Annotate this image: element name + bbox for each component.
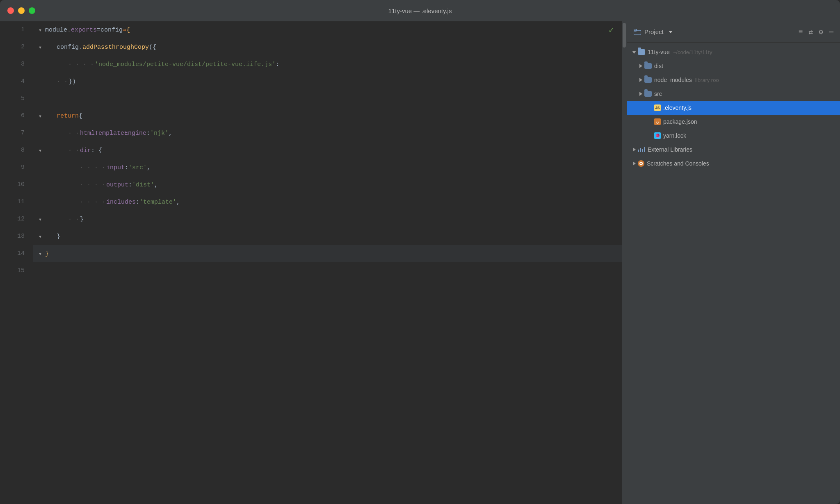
fold-1[interactable]: ▾ — [37, 27, 45, 34]
nm-badge: library roo — [695, 77, 719, 83]
eleventy-js-name: .eleventy.js — [663, 104, 692, 111]
line-num-11: 11 — [0, 193, 33, 211]
tree-arrow-scratch — [630, 160, 638, 167]
line-num-2: 2 — [0, 39, 33, 56]
sidebar-tree: 11ty-vue ~/code/11ty/11ty dist node_modu… — [627, 43, 840, 504]
arrow-down-root — [632, 51, 636, 54]
line-num-7: 7 — [0, 125, 33, 142]
tree-scratches-consoles[interactable]: Scratches and Consoles — [627, 157, 840, 170]
tree-arrow-root — [630, 48, 638, 56]
scrollbar-thumb[interactable] — [623, 23, 626, 48]
fold-14[interactable]: ▾ — [37, 250, 45, 257]
root-folder-path: ~/code/11ty/11ty — [673, 49, 712, 55]
editor-scrollbar[interactable] — [622, 21, 627, 504]
package-json-icon: {} — [654, 118, 661, 125]
collapse-all-icon[interactable]: ⇄ — [809, 27, 813, 36]
tree-arrow-nm — [637, 76, 644, 84]
tree-node-modules[interactable]: node_modules library roo — [627, 73, 840, 87]
fold-6[interactable]: ▾ — [37, 113, 45, 120]
nm-folder-name: node_modules — [654, 77, 692, 83]
code-line-10: · · · · output: 'dist', — [33, 176, 622, 193]
ext-libraries-icon — [638, 147, 645, 152]
tree-root[interactable]: 11ty-vue ~/code/11ty/11ty — [627, 45, 840, 59]
tree-eleventy-js[interactable]: JS .eleventy.js — [627, 101, 840, 115]
tree-external-libraries[interactable]: External Libraries — [627, 143, 840, 157]
fold-12[interactable]: ▾ — [37, 216, 45, 223]
tree-arrow-pkg — [647, 118, 654, 125]
settings-icon[interactable]: ⚙ — [819, 27, 823, 36]
code-line-7: · · htmlTemplateEngine: 'njk', — [33, 125, 622, 142]
dist-folder-name: dist — [654, 63, 663, 69]
nm-folder-icon — [644, 77, 652, 83]
window-controls — [7, 7, 35, 14]
project-dropdown-icon[interactable] — [669, 31, 673, 33]
tree-arrow-src — [637, 90, 644, 98]
sidebar-title-label: Project — [644, 28, 664, 35]
scratches-icon-inner — [639, 162, 643, 165]
line-num-1: 1 — [0, 21, 33, 39]
fold-13[interactable]: ▾ — [37, 233, 45, 240]
fold-8[interactable]: ▾ — [37, 147, 45, 154]
line-num-6: 6 — [0, 107, 33, 125]
code-line-6: ▾ return { — [33, 107, 622, 125]
line-num-8: 8 — [0, 142, 33, 159]
window-title: 11ty-vue — .eleventy.js — [388, 7, 452, 14]
root-folder-name: 11ty-vue — [648, 49, 670, 55]
line-num-14: 14 — [0, 245, 33, 262]
minimize-button[interactable] — [18, 7, 25, 14]
code-line-11: · · · · includes: 'template', — [33, 193, 622, 211]
code-content[interactable]: ▾ module.exports = config ⇒ { ✓ ▾ config… — [33, 21, 622, 504]
tree-dist[interactable]: dist — [627, 59, 840, 73]
main-content: 1 2 3 4 5 6 7 8 9 10 11 12 13 14 15 ▾ — [0, 21, 840, 504]
close-button[interactable] — [7, 7, 14, 14]
scroll-source-icon[interactable]: ≡ — [799, 28, 803, 36]
code-editor[interactable]: 1 2 3 4 5 6 7 8 9 10 11 12 13 14 15 ▾ — [0, 21, 627, 504]
code-line-9: · · · · input: 'src', — [33, 159, 622, 176]
line-num-4: 4 — [0, 73, 33, 90]
arrow-right-ext — [633, 148, 636, 152]
arrow-right-nm — [639, 78, 642, 82]
code-line-3: · · · · 'node_modules/petite-vue/dist/pe… — [33, 56, 622, 73]
project-sidebar: Project ≡ ⇄ ⚙ — — [627, 21, 840, 504]
arrow-right-src — [639, 92, 642, 96]
maximize-button[interactable] — [29, 7, 35, 14]
app-window: 11ty-vue — .eleventy.js 1 2 3 4 5 6 7 8 … — [0, 0, 840, 504]
line-num-13: 13 — [0, 228, 33, 245]
tree-yarn-lock[interactable]: 🧶 yarn.lock — [627, 129, 840, 143]
scratches-name: Scratches and Consoles — [647, 160, 709, 167]
minimize-panel-icon[interactable]: — — [829, 28, 833, 36]
code-line-13: ▾ } — [33, 228, 622, 245]
fold-2[interactable]: ▾ — [37, 44, 45, 51]
line-num-3: 3 — [0, 56, 33, 73]
sidebar-header: Project ≡ ⇄ ⚙ — — [627, 21, 840, 43]
tree-package-json[interactable]: {} package.json — [627, 115, 840, 129]
eleventy-js-icon: JS — [654, 104, 661, 111]
package-json-name: package.json — [663, 118, 697, 125]
tree-src[interactable]: src — [627, 87, 840, 101]
arrow-right-scratch — [633, 161, 636, 166]
yarn-lock-icon: 🧶 — [654, 132, 661, 139]
ext-libraries-name: External Libraries — [648, 146, 692, 153]
line-num-5: 5 — [0, 90, 33, 107]
code-line-12: ▾ · · } — [33, 211, 622, 228]
yarn-lock-name: yarn.lock — [663, 132, 686, 139]
code-line-1: ▾ module.exports = config ⇒ { ✓ — [33, 21, 622, 39]
line-num-12: 12 — [0, 211, 33, 228]
sidebar-title-group: Project — [634, 28, 673, 35]
tree-arrow-ext — [630, 146, 638, 153]
tree-arrow-dist — [637, 62, 644, 70]
line-num-9: 9 — [0, 159, 33, 176]
src-folder-icon — [644, 91, 652, 97]
scratches-icon — [638, 160, 644, 167]
arrow-right-dist — [639, 64, 642, 68]
project-icon — [634, 29, 641, 35]
code-line-14: ▾ } — [33, 245, 622, 262]
line-num-15: 15 — [0, 262, 33, 279]
dist-folder-icon — [644, 63, 652, 69]
check-icon: ✓ — [609, 25, 614, 35]
src-folder-name: src — [654, 91, 662, 97]
code-line-4: · · }) — [33, 73, 622, 90]
line-num-10: 10 — [0, 176, 33, 193]
sidebar-toolbar-icons: ≡ ⇄ ⚙ — — [799, 27, 833, 36]
code-line-15 — [33, 262, 622, 279]
